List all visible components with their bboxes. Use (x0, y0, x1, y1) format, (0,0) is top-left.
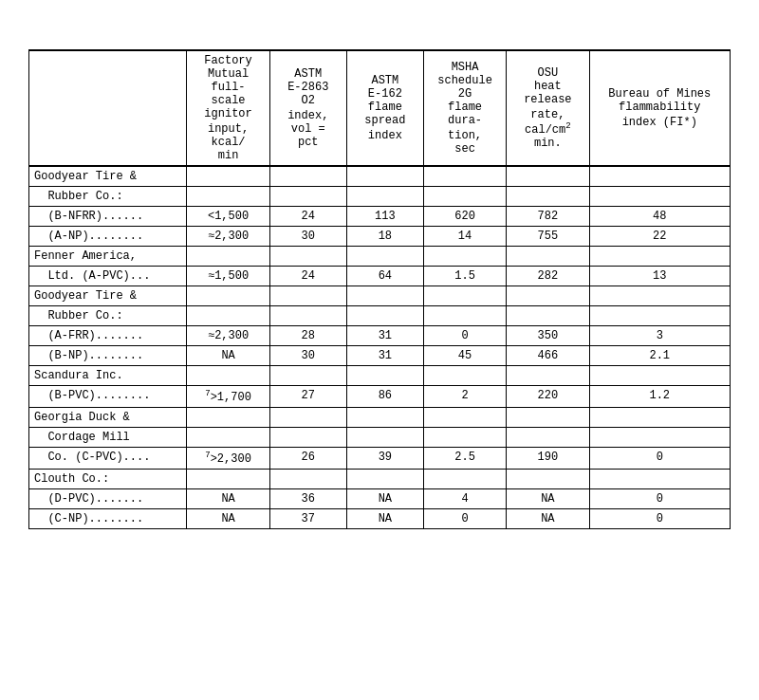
col5-header: OSUheatreleaserate,cal/cm2min. (507, 50, 589, 166)
v6-cell: 3 (589, 325, 730, 345)
empty-cell (507, 365, 589, 385)
belt-cell: Scandura Inc. (29, 365, 187, 385)
v5-cell: 782 (507, 206, 589, 226)
v5-cell: 755 (507, 226, 589, 246)
empty-cell (589, 166, 730, 187)
empty-cell (507, 427, 589, 447)
table-row: (B-PVC)........7>1,700278622201.2 (29, 385, 731, 407)
empty-cell (187, 246, 269, 266)
belt-cell: (A-NP)........ (29, 226, 187, 246)
v3-cell: NA (346, 508, 423, 528)
v4-cell: 1.5 (423, 266, 506, 286)
v2-cell: 26 (269, 447, 346, 469)
empty-cell (507, 286, 589, 305)
empty-cell (187, 427, 269, 447)
table-row: Fenner America, (29, 246, 731, 266)
col-belt-header (29, 50, 187, 166)
col6-header: Bureau of Minesflammabilityindex (FI*) (589, 50, 730, 166)
table-row: Rubber Co.: (29, 186, 731, 206)
v1-cell: NA (187, 345, 269, 365)
empty-cell (269, 286, 346, 305)
belt-cell: Fenner America, (29, 246, 187, 266)
empty-cell (589, 427, 730, 447)
empty-cell (269, 469, 346, 488)
belt-cell: (B-NP)........ (29, 345, 187, 365)
v1-cell: ≈2,300 (187, 226, 269, 246)
belt-cell: Goodyear Tire & (29, 286, 187, 305)
v6-cell: 0 (589, 508, 730, 528)
belt-cell: Ltd. (A-PVC)... (29, 266, 187, 286)
empty-cell (589, 246, 730, 266)
v3-cell: 64 (346, 266, 423, 286)
empty-cell (589, 407, 730, 427)
v3-cell: 18 (346, 226, 423, 246)
v3-cell: 86 (346, 385, 423, 407)
empty-cell (507, 246, 589, 266)
table-row: (B-NFRR)......<1,5002411362078248 (29, 206, 731, 226)
v4-cell: 620 (423, 206, 506, 226)
empty-cell (589, 286, 730, 305)
v4-cell: 0 (423, 325, 506, 345)
empty-cell (346, 427, 423, 447)
empty-cell (507, 305, 589, 325)
v3-cell: 39 (346, 447, 423, 469)
table-row: Rubber Co.: (29, 305, 731, 325)
table-row: Goodyear Tire & (29, 166, 731, 187)
v3-cell: 31 (346, 325, 423, 345)
v6-cell: 13 (589, 266, 730, 286)
v2-cell: 36 (269, 488, 346, 508)
empty-cell (589, 365, 730, 385)
empty-cell (423, 246, 506, 266)
table-row: Co. (C-PVC)....7>2,30026392.51900 (29, 447, 731, 469)
empty-cell (423, 286, 506, 305)
empty-cell (269, 166, 346, 187)
belt-cell: Rubber Co.: (29, 186, 187, 206)
v5-cell: NA (507, 508, 589, 528)
v4-cell: 2 (423, 385, 506, 407)
empty-cell (346, 286, 423, 305)
col4-header: MSHAschedule2Gflamedura-tion,sec (423, 50, 506, 166)
table-row: Goodyear Tire & (29, 286, 731, 305)
v1-cell: NA (187, 488, 269, 508)
empty-cell (423, 166, 506, 187)
empty-cell (346, 365, 423, 385)
v5-cell: 220 (507, 385, 589, 407)
v6-cell: 0 (589, 488, 730, 508)
empty-cell (423, 365, 506, 385)
belt-cell: Georgia Duck & (29, 407, 187, 427)
v1-cell: 7>1,700 (187, 385, 269, 407)
table-row: (A-FRR).......≈2,300283103503 (29, 325, 731, 345)
comparison-table: FactoryMutualfull-scaleignitorinput,kcal… (28, 49, 731, 529)
col2-header: ASTME-2863O2index,vol =pct (269, 50, 346, 166)
belt-cell: Clouth Co.: (29, 469, 187, 488)
v5-cell: 466 (507, 345, 589, 365)
v1-cell: <1,500 (187, 206, 269, 226)
v1-cell: ≈1,500 (187, 266, 269, 286)
v5-cell: 350 (507, 325, 589, 345)
v2-cell: 30 (269, 345, 346, 365)
empty-cell (269, 186, 346, 206)
v5-cell: 190 (507, 447, 589, 469)
table-row: Ltd. (A-PVC)...≈1,50024641.528213 (29, 266, 731, 286)
empty-cell (187, 166, 269, 187)
belt-cell: (B-NFRR)...... (29, 206, 187, 226)
col3-header: ASTME-162flamespreadindex (346, 50, 423, 166)
table-row: (D-PVC).......NA36NA4NA0 (29, 488, 731, 508)
table-row: Cordage Mill (29, 427, 731, 447)
v6-cell: 2.1 (589, 345, 730, 365)
v4-cell: 14 (423, 226, 506, 246)
v3-cell: NA (346, 488, 423, 508)
empty-cell (507, 407, 589, 427)
v6-cell: 48 (589, 206, 730, 226)
table-row: (A-NP)........≈2,30030181475522 (29, 226, 731, 246)
belt-cell: Rubber Co.: (29, 305, 187, 325)
v2-cell: 28 (269, 325, 346, 345)
v2-cell: 24 (269, 266, 346, 286)
empty-cell (423, 186, 506, 206)
empty-cell (346, 407, 423, 427)
empty-cell (269, 246, 346, 266)
v1-cell: 7>2,300 (187, 447, 269, 469)
empty-cell (187, 305, 269, 325)
v4-cell: 0 (423, 508, 506, 528)
belt-cell: (B-PVC)........ (29, 385, 187, 407)
